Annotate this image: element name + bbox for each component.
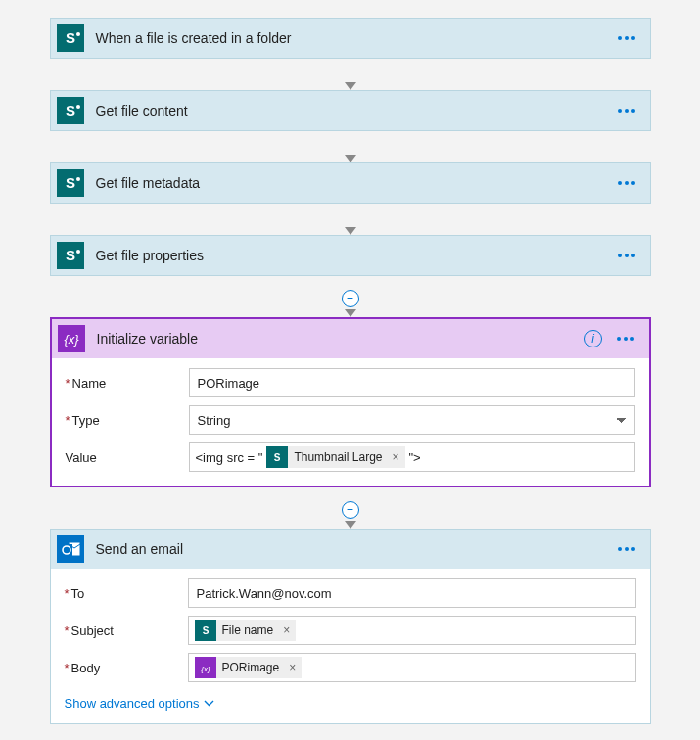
field-label: *Body bbox=[65, 661, 188, 675]
svg-text:{x}: {x} bbox=[64, 332, 79, 347]
svg-point-8 bbox=[76, 177, 80, 181]
step-menu-button[interactable] bbox=[613, 181, 640, 185]
field-to-row: *To bbox=[65, 578, 636, 608]
token-remove-button[interactable]: × bbox=[386, 450, 404, 464]
info-icon[interactable]: i bbox=[584, 330, 602, 347]
type-select[interactable]: String bbox=[189, 405, 635, 435]
connector-arrow bbox=[345, 131, 356, 162]
step-title: Initialize variable bbox=[97, 331, 584, 347]
svg-point-2 bbox=[76, 32, 80, 36]
step-title: Get file content bbox=[96, 103, 613, 118]
step-title: Get file metadata bbox=[96, 175, 613, 191]
connector-arrow bbox=[345, 204, 356, 235]
token-file-name[interactable]: S File name × bbox=[195, 620, 297, 641]
add-step-button[interactable]: + bbox=[342, 290, 359, 307]
step-title: Send an email bbox=[96, 541, 613, 557]
chevron-down-icon bbox=[204, 700, 214, 707]
value-input[interactable]: <img src = " S Thumbnail Large × "> bbox=[189, 442, 635, 472]
sharepoint-icon: S bbox=[57, 169, 84, 197]
body-input[interactable]: {x} PORimage × bbox=[188, 653, 636, 682]
svg-point-11 bbox=[76, 250, 80, 254]
step-header[interactable]: Send an email bbox=[51, 530, 650, 569]
connector-arrow: + bbox=[345, 276, 356, 317]
field-value-row: Value <img src = " S Thumbnail Large × "… bbox=[66, 442, 635, 472]
field-label: *Subject bbox=[65, 624, 188, 638]
token-porimage[interactable]: {x} PORimage × bbox=[195, 657, 303, 678]
token-remove-button[interactable]: × bbox=[283, 661, 302, 674]
field-body-row: *Body {x} PORimage × bbox=[65, 653, 636, 682]
outlook-icon bbox=[57, 535, 84, 563]
svg-text:S: S bbox=[65, 174, 74, 191]
field-type-row: *Type String bbox=[66, 405, 635, 435]
svg-text:S: S bbox=[65, 247, 74, 263]
connector-arrow: + bbox=[345, 487, 356, 529]
literal-text: "> bbox=[409, 450, 421, 465]
step-title: When a file is created in a folder bbox=[96, 30, 613, 46]
step-menu-button[interactable] bbox=[613, 36, 640, 40]
step-get-file-content[interactable]: S Get file content bbox=[50, 90, 651, 131]
step-menu-button[interactable] bbox=[613, 254, 640, 257]
field-label: *To bbox=[65, 586, 188, 601]
add-step-button[interactable]: + bbox=[342, 501, 359, 519]
step-send-email: Send an email *To *Subject S File name × bbox=[50, 529, 651, 724]
token-remove-button[interactable]: × bbox=[277, 624, 296, 637]
step-menu-button[interactable] bbox=[613, 109, 640, 113]
step-header[interactable]: {x} Initialize variable i bbox=[52, 319, 649, 358]
connector-arrow bbox=[345, 59, 356, 90]
step-get-file-metadata[interactable]: S Get file metadata bbox=[50, 162, 651, 204]
step-title: Get file properties bbox=[96, 248, 613, 263]
field-subject-row: *Subject S File name × bbox=[65, 616, 636, 645]
svg-text:{x}: {x} bbox=[201, 665, 210, 673]
sharepoint-icon: S bbox=[57, 242, 84, 269]
subject-input[interactable]: S File name × bbox=[188, 616, 636, 645]
step-menu-button[interactable] bbox=[612, 337, 639, 341]
field-label: *Type bbox=[66, 413, 189, 428]
variable-icon: {x} bbox=[58, 325, 85, 352]
sharepoint-icon: S bbox=[57, 24, 84, 52]
step-get-file-properties[interactable]: S Get file properties bbox=[50, 235, 651, 276]
step-trigger[interactable]: S When a file is created in a folder bbox=[50, 18, 651, 59]
field-label: Value bbox=[66, 450, 189, 465]
field-name-row: *Name bbox=[66, 368, 635, 397]
step-menu-button[interactable] bbox=[613, 547, 640, 551]
svg-text:S: S bbox=[274, 452, 281, 463]
sharepoint-icon: S bbox=[195, 620, 216, 641]
sharepoint-icon: S bbox=[57, 97, 84, 124]
step-initialize-variable: {x} Initialize variable i *Name *Type St… bbox=[50, 317, 651, 487]
literal-text: <img src = " bbox=[196, 450, 263, 465]
token-thumbnail-large[interactable]: S Thumbnail Large × bbox=[266, 446, 404, 468]
svg-text:S: S bbox=[202, 625, 209, 636]
to-input[interactable] bbox=[188, 578, 636, 608]
token-label: Thumbnail Large bbox=[294, 450, 386, 464]
svg-text:S: S bbox=[65, 102, 74, 118]
field-label: *Name bbox=[66, 376, 189, 391]
svg-point-5 bbox=[76, 105, 80, 109]
token-label: File name bbox=[222, 624, 278, 637]
name-input[interactable] bbox=[189, 368, 635, 397]
sharepoint-icon: S bbox=[266, 446, 288, 468]
variable-icon: {x} bbox=[195, 657, 216, 678]
svg-text:S: S bbox=[65, 29, 74, 46]
show-advanced-options-link[interactable]: Show advanced options bbox=[65, 696, 214, 711]
token-label: PORimage bbox=[222, 661, 284, 674]
